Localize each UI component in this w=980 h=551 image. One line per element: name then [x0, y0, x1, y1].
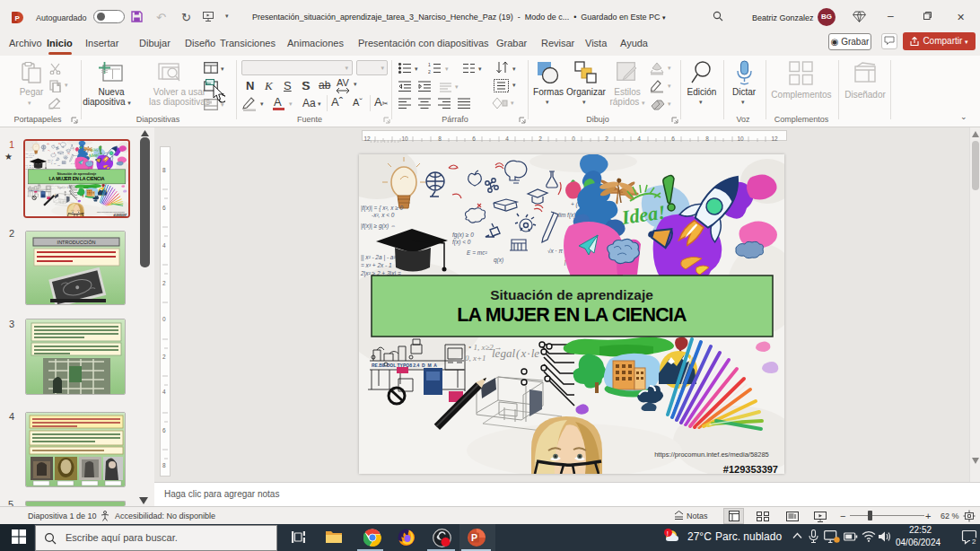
svg-text:|f(x)| ≥ g(x) ⇔: |f(x)| ≥ g(x) ⇔ [361, 223, 396, 230]
svg-text:6: 6 [162, 427, 166, 433]
svg-text:0: 0 [162, 316, 166, 322]
svg-text:2: 2 [972, 538, 976, 546]
svg-text:E = mc²: E = mc² [467, 249, 487, 256]
svg-text:1: 1 [428, 63, 431, 67]
svg-text:10: 10 [737, 136, 744, 142]
svg-text:8: 8 [438, 136, 442, 142]
svg-text:4: 4 [162, 242, 166, 249]
svg-text:8: 8 [162, 462, 166, 468]
svg-text:lim f(x): lim f(x) [558, 212, 576, 219]
svg-text:2: 2 [162, 280, 166, 286]
svg-text:#129353397: #129353397 [723, 464, 778, 474]
svg-text:4: 4 [162, 389, 166, 395]
svg-text:https://procomun.intef.es/medi: https://procomun.intef.es/media/58285 [654, 450, 769, 459]
svg-text:!: ! [667, 529, 669, 538]
svg-text:2: 2 [162, 354, 166, 360]
svg-text:8: 8 [162, 167, 166, 173]
svg-text:Situación de aprendizaje: Situación de aprendizaje [490, 287, 653, 302]
svg-text:P: P [15, 13, 21, 22]
svg-text:2: 2 [538, 136, 542, 142]
svg-text:4: 4 [505, 136, 509, 142]
svg-text:RE.BE DOL TYPO8 2.4 D M A: RE.BE DOL TYPO8 2.4 D M A [372, 363, 437, 368]
svg-text:8: 8 [705, 136, 709, 142]
svg-text:|f(x)| = { x², x ≥ 0: |f(x)| = { x², x ≥ 0 [361, 205, 404, 212]
svg-text:LA MUJER EN LA CIENCIA: LA MUJER EN LA CIENCIA [457, 304, 687, 326]
svg-text:f(x) < 0: f(x) < 0 [452, 239, 471, 246]
svg-text:0, x+1: 0, x+1 [465, 354, 486, 363]
svg-text:√x · π: √x · π [547, 248, 564, 254]
svg-text:2: 2 [428, 69, 431, 74]
svg-text:12: 12 [363, 136, 371, 142]
svg-text:= x³ + 2x - 1: = x³ + 2x - 1 [361, 262, 392, 268]
svg-text:6: 6 [671, 136, 675, 142]
svg-text:6: 6 [162, 205, 166, 211]
svg-text:6: 6 [472, 136, 476, 142]
svg-text:P: P [471, 532, 477, 543]
svg-text:legal ( x · le: legal ( x · le [492, 346, 539, 360]
svg-text:10: 10 [401, 136, 408, 142]
svg-text:0: 0 [572, 136, 575, 142]
svg-text:fg(x) ≥ 0: fg(x) ≥ 0 [452, 232, 474, 239]
svg-text:12: 12 [771, 136, 778, 142]
svg-text:q(x): q(x) [494, 257, 503, 264]
svg-text:INTRODUCCIÓN: INTRODUCCIÓN [57, 240, 96, 245]
svg-text:4: 4 [637, 136, 641, 142]
svg-text:2: 2 [605, 136, 608, 142]
svg-text:-x², x < 0: -x², x < 0 [372, 212, 395, 218]
